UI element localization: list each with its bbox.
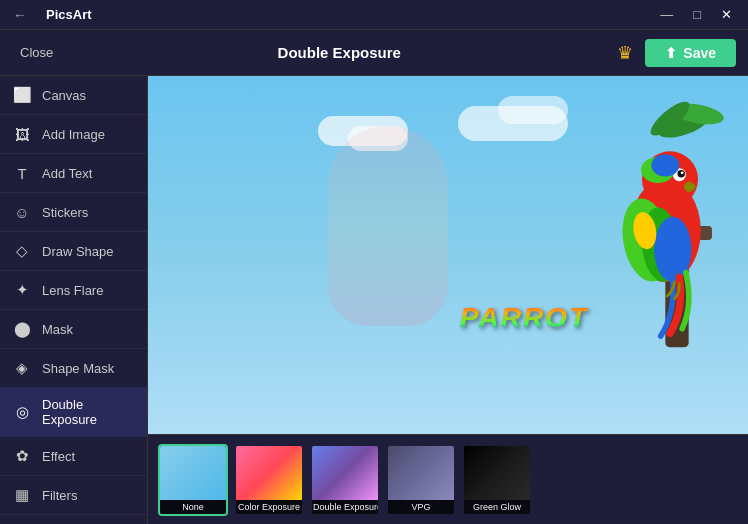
shape-mask-icon: ◈	[12, 358, 32, 378]
double-exposure-icon: ◎	[12, 402, 32, 422]
mask-label: Mask	[42, 322, 73, 337]
add-text-icon: T	[12, 163, 32, 183]
bg-overlay-figure	[328, 126, 448, 326]
sidebar-item-shape-mask[interactable]: ◈ Shape Mask	[0, 349, 147, 388]
effects-strip: None Color Exposure Double Exposure VPG …	[148, 434, 748, 524]
shape-mask-label: Shape Mask	[42, 361, 114, 376]
double-exposure-label: Double Exposure	[42, 397, 135, 427]
filters-label: Filters	[42, 488, 77, 503]
sidebar-item-add-image[interactable]: 🖼 Add Image	[0, 115, 147, 154]
sidebar-item-mask[interactable]: ⬤ Mask	[0, 310, 147, 349]
minimize-button[interactable]: —	[652, 5, 681, 24]
effect-thumb-color-exposure[interactable]: Color Exposure	[234, 444, 304, 516]
stickers-label: Stickers	[42, 205, 88, 220]
lens-flare-icon: ✦	[12, 280, 32, 300]
add-image-label: Add Image	[42, 127, 105, 142]
sidebar-item-canvas[interactable]: ⬜ Canvas	[0, 76, 147, 115]
effect-label-green-glow: Green Glow	[464, 500, 530, 514]
sidebar-item-stickers[interactable]: ☺ Stickers	[0, 193, 147, 232]
canvas-image: PARROT	[148, 76, 748, 434]
canvas-icon: ⬜	[12, 85, 32, 105]
effect-preview-double-exposure	[312, 446, 378, 500]
sidebar: ⬜ Canvas 🖼 Add Image T Add Text ☺ Sticke…	[0, 76, 148, 524]
main-toolbar: Close Double Exposure ♛ ⬆ Save	[0, 30, 748, 76]
sidebar-item-filters[interactable]: ▦ Filters	[0, 476, 147, 515]
maximize-button[interactable]: □	[685, 5, 709, 24]
crown-icon: ♛	[617, 42, 633, 64]
sidebar-item-draw-shape[interactable]: ◇ Draw Shape	[0, 232, 147, 271]
window-controls: — □ ✕	[652, 5, 740, 24]
effect-label-vpg: VPG	[388, 500, 454, 514]
effect-preview-vpg	[388, 446, 454, 500]
title-bar-left: ← PicsArt	[8, 7, 92, 23]
lens-flare-label: Lens Flare	[42, 283, 103, 298]
title-bar: ← PicsArt — □ ✕	[0, 0, 748, 30]
sidebar-item-add-text[interactable]: T Add Text	[0, 154, 147, 193]
sidebar-item-double-exposure[interactable]: ◎ Double Exposure	[0, 388, 147, 437]
effect-label-none: None	[160, 500, 226, 514]
effect-preview-none	[160, 446, 226, 500]
window-back-button[interactable]: ←	[8, 7, 32, 23]
stickers-icon: ☺	[12, 202, 32, 222]
sidebar-item-effect[interactable]: ✿ Effect	[0, 437, 147, 476]
effect-thumb-green-glow[interactable]: Green Glow	[462, 444, 532, 516]
effect-preview-color-exposure	[236, 446, 302, 500]
add-image-icon: 🖼	[12, 124, 32, 144]
sidebar-item-magic[interactable]: ✧ Magic	[0, 515, 147, 524]
effect-label: Effect	[42, 449, 75, 464]
save-label: Save	[683, 45, 716, 61]
svg-point-15	[651, 154, 679, 176]
add-text-label: Add Text	[42, 166, 92, 181]
effect-label-double-exposure: Double Exposure	[312, 500, 378, 514]
effect-thumb-vpg[interactable]: VPG	[386, 444, 456, 516]
canvas-area: PARROT None Color Exposure Double Exposu…	[148, 76, 748, 524]
draw-shape-label: Draw Shape	[42, 244, 114, 259]
effect-icon: ✿	[12, 446, 32, 466]
draw-shape-icon: ◇	[12, 241, 32, 261]
app-title: PicsArt	[46, 7, 92, 22]
upload-icon: ⬆	[665, 45, 677, 61]
parrot-text: PARROT	[460, 302, 588, 334]
svg-point-13	[681, 171, 684, 174]
canvas-main: PARROT	[148, 76, 748, 434]
save-button[interactable]: ⬆ Save	[645, 39, 736, 67]
app-body: ⬜ Canvas 🖼 Add Image T Add Text ☺ Sticke…	[0, 76, 748, 524]
close-tool-button[interactable]: Close	[12, 41, 61, 64]
effect-thumb-double-exposure[interactable]: Double Exposure	[310, 444, 380, 516]
close-window-button[interactable]: ✕	[713, 5, 740, 24]
effect-thumb-none[interactable]: None	[158, 444, 228, 516]
tool-title: Double Exposure	[61, 44, 617, 61]
effect-preview-green-glow	[464, 446, 530, 500]
sidebar-item-lens-flare[interactable]: ✦ Lens Flare	[0, 271, 147, 310]
filters-icon: ▦	[12, 485, 32, 505]
mask-icon: ⬤	[12, 319, 32, 339]
canvas-label: Canvas	[42, 88, 86, 103]
effect-label-color-exposure: Color Exposure	[236, 500, 302, 514]
